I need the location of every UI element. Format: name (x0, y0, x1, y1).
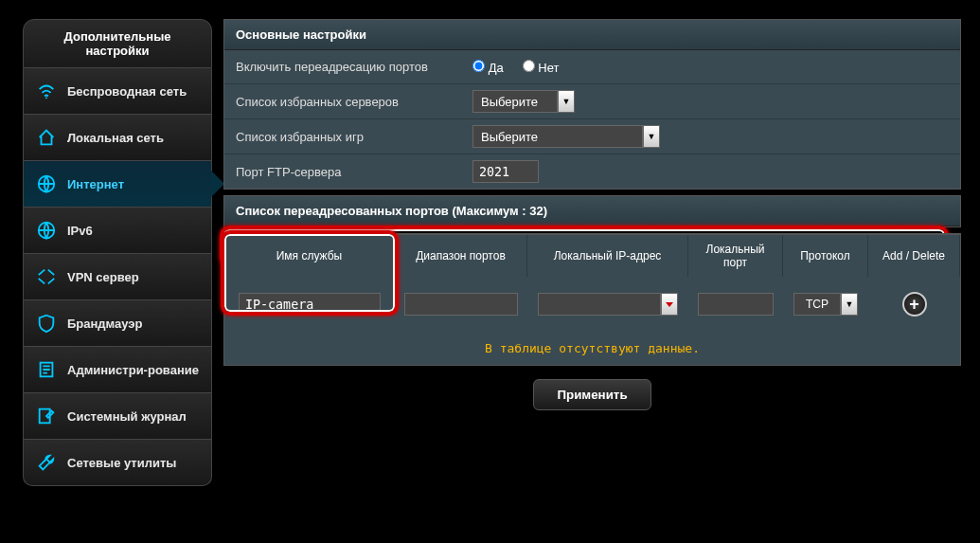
col-local-ip: Локальный IP-адрес (527, 235, 688, 277)
sidebar-item-label: Администри-рование (67, 363, 199, 377)
col-protocol: Протокол (783, 235, 868, 277)
sidebar-item-tools[interactable]: Сетевые утилиты (23, 440, 212, 486)
radio-no[interactable] (523, 60, 535, 72)
shield-icon (35, 312, 58, 335)
radio-yes[interactable] (472, 60, 485, 72)
fav-servers-select[interactable]: Выберите ▼ (472, 90, 575, 113)
dropdown-arrow-icon[interactable] (661, 293, 678, 316)
main-content: Основные настройки Включить переадресаци… (223, 19, 961, 486)
sidebar-item-label: Интернет (67, 177, 124, 191)
col-port-range: Диапазон портов (395, 235, 527, 277)
note-icon (35, 358, 58, 381)
port-range-input[interactable] (404, 293, 518, 316)
sidebar-item-label: Локальная сеть (67, 131, 164, 145)
wrench-icon (35, 451, 58, 474)
sidebar: Дополнительные настройки Беспроводная се… (23, 19, 212, 486)
sidebar-title: Дополнительные настройки (23, 19, 212, 68)
ftp-port-input[interactable] (472, 160, 539, 183)
local-port-input[interactable] (698, 293, 774, 316)
sidebar-item-wireless[interactable]: Беспроводная сеть (23, 68, 212, 115)
port-list-header: Список переадресованных портов (Максимум… (224, 196, 960, 226)
sidebar-item-label: IPv6 (67, 224, 93, 238)
sidebar-item-label: Системный журнал (67, 409, 187, 424)
globe-icon (35, 219, 58, 242)
fav-games-label: Список избранных игр (236, 130, 472, 144)
edit-note-icon (35, 405, 58, 427)
apply-button[interactable]: Применить (533, 379, 650, 410)
svg-rect-4 (40, 409, 50, 424)
globe-icon (35, 172, 58, 195)
sidebar-item-label: Сетевые утилиты (67, 456, 176, 470)
local-ip-select[interactable] (538, 293, 678, 316)
table-input-row: TCP ▼ + (224, 277, 960, 332)
col-service: Имя службы (224, 235, 395, 277)
chevron-down-icon[interactable]: ▼ (643, 125, 660, 148)
fav-servers-label: Список избранных серверов (236, 95, 472, 109)
chevron-down-icon[interactable]: ▼ (841, 293, 858, 316)
wifi-icon (35, 80, 58, 102)
col-local-port: Локальный порт (688, 235, 783, 277)
plus-icon: + (909, 295, 919, 315)
ftp-port-label: Порт FTP-сервера (236, 165, 472, 179)
sidebar-item-admin[interactable]: Администри-рование (23, 347, 212, 393)
col-add-delete: Add / Delete (868, 235, 960, 277)
enable-forward-label: Включить переадресацию портов (236, 60, 472, 74)
table-header-row: Имя службы Диапазон портов Локальный IP-… (224, 234, 960, 277)
home-icon (35, 126, 58, 149)
sidebar-item-label: VPN сервер (67, 270, 139, 284)
radio-yes-label[interactable]: Да (472, 60, 504, 75)
sidebar-item-label: Брандмауэр (67, 317, 142, 331)
section-header-basic: Основные настройки (224, 20, 960, 50)
empty-table-message: В таблице отсутствуют данные. (224, 332, 960, 365)
sidebar-item-firewall[interactable]: Брандмауэр (23, 300, 212, 347)
protocol-select[interactable]: TCP ▼ (793, 293, 858, 316)
sidebar-item-ipv6[interactable]: IPv6 (23, 208, 212, 254)
chevron-down-icon[interactable]: ▼ (558, 90, 575, 113)
radio-no-label[interactable]: Нет (523, 60, 560, 75)
sidebar-item-lan[interactable]: Локальная сеть (23, 115, 212, 161)
service-name-input[interactable] (239, 293, 381, 316)
sidebar-item-vpn[interactable]: VPN сервер (23, 254, 212, 300)
sidebar-item-syslog[interactable]: Системный журнал (23, 393, 212, 440)
fav-games-select[interactable]: Выберите ▼ (472, 125, 660, 148)
svg-point-0 (45, 97, 47, 99)
vpn-icon (35, 265, 58, 288)
local-ip-input[interactable] (538, 293, 661, 316)
sidebar-item-internet[interactable]: Интернет (23, 161, 212, 208)
add-button[interactable]: + (902, 292, 927, 317)
sidebar-item-label: Беспроводная сеть (67, 84, 187, 99)
